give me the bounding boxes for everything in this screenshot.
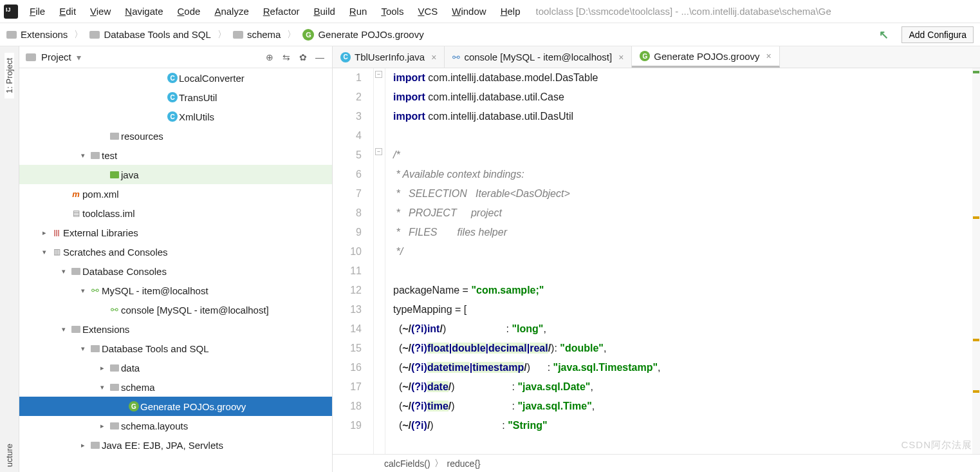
chevron-icon[interactable]: ▾ (39, 248, 50, 256)
code-line[interactable]: (~/(?i)/) : "String" (393, 416, 980, 435)
tree-item[interactable]: ▾⚯MySQL - item@localhost (19, 281, 332, 300)
code-line[interactable]: import com.intellij.database.util.Case (393, 88, 980, 107)
menu-file[interactable]: File (23, 3, 51, 19)
tree-item[interactable]: ▤toolclass.iml (19, 203, 332, 223)
editor-tab[interactable]: ⚯console [MySQL - item@localhost]× (445, 46, 632, 68)
close-icon[interactable]: × (618, 52, 624, 62)
folder-icon (91, 152, 100, 159)
menu-help[interactable]: Help (494, 3, 527, 19)
chevron-icon[interactable]: ▾ (77, 345, 89, 353)
code-line[interactable]: import com.intellij.database.model.DasTa… (393, 68, 980, 88)
project-panel: Project ▾ ⊕ ⇆ ✿ — CLocalConverterCTransU… (19, 46, 333, 472)
close-icon[interactable]: × (431, 52, 436, 62)
tree-item[interactable]: ⚯console [MySQL - item@localhost] (19, 300, 332, 319)
menu-navigate[interactable]: Navigate (118, 3, 169, 19)
code-line[interactable]: * SELECTION Iterable<DasObject> (393, 184, 980, 203)
chevron-icon[interactable]: ▸ (39, 229, 50, 237)
close-icon[interactable]: × (766, 51, 772, 61)
code-content[interactable]: import com.intellij.database.model.DasTa… (385, 68, 980, 454)
database-icon: ⚯ (111, 305, 118, 315)
code-line[interactable]: (~/(?i)datetime|timestamp/) : "java.sql.… (393, 358, 980, 377)
code-line[interactable]: */ (393, 242, 980, 261)
breadcrumb-item[interactable]: Database Tools and SQL (89, 29, 211, 40)
hide-icon[interactable]: — (314, 52, 326, 62)
menu-edit[interactable]: Edit (53, 3, 82, 19)
tree-item[interactable]: ▸data (19, 358, 332, 377)
menu-window[interactable]: Window (445, 3, 492, 19)
tree-item[interactable]: CLocalConverter (19, 68, 332, 88)
tree-item[interactable]: ▾Extensions (19, 319, 332, 339)
project-tree[interactable]: CLocalConverterCTransUtilCXmlUtilsresour… (19, 68, 332, 472)
fold-mark-icon[interactable]: − (375, 148, 382, 155)
error-stripe[interactable] (972, 68, 980, 454)
code-line[interactable] (393, 126, 980, 146)
stripe-mark-icon[interactable] (973, 390, 979, 393)
code-line[interactable]: (~/(?i)time/) : "java.sql.Time", (393, 397, 980, 416)
code-line[interactable]: /* (393, 146, 980, 165)
chevron-icon[interactable]: ▾ (77, 151, 89, 160)
stripe-mark-icon[interactable] (973, 71, 979, 73)
code-line[interactable]: * PROJECT project (393, 203, 980, 223)
tree-item[interactable]: mpom.xml (19, 184, 332, 203)
chevron-icon[interactable]: ▸ (97, 422, 108, 430)
add-configuration-button[interactable]: Add Configura (901, 26, 974, 43)
code-breadcrumb-item[interactable]: reduce{} (447, 458, 481, 469)
breadcrumb-item[interactable]: GGenerate POJOs.groovy (302, 29, 423, 41)
menu-vcs[interactable]: VCS (411, 3, 444, 19)
fold-mark-icon[interactable]: − (375, 71, 382, 78)
chevron-icon[interactable]: ▾ (58, 325, 69, 334)
menu-refactor[interactable]: Refactor (257, 3, 306, 19)
collapse-icon[interactable]: ⇆ (281, 52, 292, 62)
code-line[interactable]: * FILES files helper (393, 223, 980, 242)
menu-analyze[interactable]: Analyze (208, 3, 255, 19)
menu-code[interactable]: Code (171, 3, 207, 19)
tree-item[interactable]: ▾▥Scratches and Consoles (19, 242, 332, 261)
code-breadcrumb-item[interactable]: calcFields() (384, 458, 430, 469)
tree-item[interactable]: resources (19, 126, 332, 146)
code-line[interactable]: (~/(?i)float|double|decimal|real/): "dou… (393, 339, 980, 358)
tree-item[interactable]: ▾Database Consoles (19, 261, 332, 281)
menu-tools[interactable]: Tools (374, 3, 410, 19)
rail-project-button[interactable]: 1: Project (5, 53, 14, 99)
locate-icon[interactable]: ⊕ (264, 52, 275, 62)
code-line[interactable]: (~/(?i)date/) : "java.sql.Date", (393, 377, 980, 397)
tree-item[interactable]: ▸|||External Libraries (19, 223, 332, 242)
tree-item[interactable]: ▾test (19, 146, 332, 165)
chevron-icon[interactable]: ▸ (77, 441, 89, 449)
code-line[interactable]: (~/(?i)int/) : "long", (393, 319, 980, 339)
tree-item[interactable]: CTransUtil (19, 88, 332, 107)
editor-tab[interactable]: CTblUserInfo.java× (333, 46, 445, 68)
editor-tab[interactable]: GGenerate POJOs.groovy× (632, 46, 779, 68)
code-line[interactable]: * Available context bindings: (393, 165, 980, 184)
code-line[interactable]: typeMapping = [ (393, 300, 980, 319)
line-number: 5 (333, 146, 362, 165)
menu-build[interactable]: Build (307, 3, 341, 19)
chevron-icon[interactable]: ▸ (97, 364, 108, 372)
build-ok-icon[interactable]: ↖ (879, 28, 889, 42)
code-line[interactable] (393, 261, 980, 281)
project-panel-title[interactable]: Project (41, 52, 71, 62)
tree-item[interactable]: java (19, 165, 332, 184)
tree-item[interactable]: ▾schema (19, 377, 332, 397)
menu-run[interactable]: Run (343, 3, 374, 19)
stripe-mark-icon[interactable] (973, 216, 979, 219)
tree-item[interactable]: CXmlUtils (19, 107, 332, 126)
fold-column[interactable]: − − (374, 68, 385, 454)
tree-item[interactable]: GGenerate POJOs.groovy (19, 397, 332, 416)
tree-item[interactable]: ▾Database Tools and SQL (19, 339, 332, 358)
tree-item[interactable]: ▸schema.layouts (19, 416, 332, 435)
rail-structure-button[interactable]: ucture (5, 444, 14, 467)
menu-view[interactable]: View (84, 3, 117, 19)
tree-item[interactable]: ▸Java EE: EJB, JPA, Servlets (19, 435, 332, 455)
stripe-mark-icon[interactable] (973, 339, 979, 341)
code-line[interactable]: import com.intellij.database.util.DasUti… (393, 107, 980, 126)
dropdown-icon[interactable]: ▾ (77, 52, 81, 62)
gear-icon[interactable]: ✿ (297, 52, 309, 62)
breadcrumb-item[interactable]: Extensions (6, 29, 68, 40)
chevron-icon[interactable]: ▾ (58, 267, 69, 276)
chevron-icon[interactable]: ▾ (77, 287, 89, 295)
code-editor[interactable]: 12345678910111213141516171819 − − import… (333, 68, 980, 454)
chevron-icon[interactable]: ▾ (97, 383, 108, 392)
code-line[interactable]: packageName = "com.sample;" (393, 281, 980, 300)
breadcrumb-item[interactable]: schema (233, 29, 281, 40)
